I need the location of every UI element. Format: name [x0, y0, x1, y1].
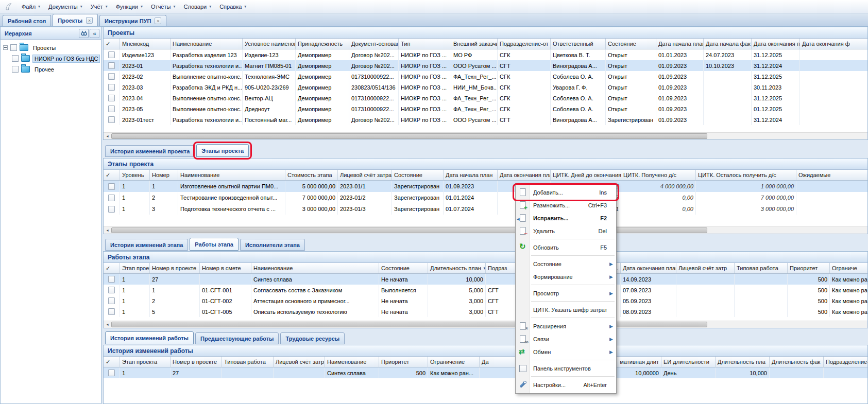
column-header[interactable]: Длительность пла	[716, 357, 770, 367]
column-header[interactable]: Номер в смете	[200, 263, 251, 273]
column-header[interactable]: ✓	[104, 170, 120, 180]
table-row[interactable]: 2023-03Разработка ЭКД и РКД н...905-U020…	[104, 82, 867, 93]
column-header[interactable]: ✓	[104, 39, 120, 49]
tree-item-root[interactable]: Проекты	[3, 42, 101, 53]
table-row[interactable]: 2023-01Разработка технологии и...Магнит …	[104, 60, 867, 71]
column-header[interactable]: Да	[480, 357, 518, 367]
context-menu-item[interactable]: Настройки...Alt+Enter	[516, 378, 616, 391]
row-checkbox[interactable]	[108, 276, 115, 283]
table-row[interactable]: 12Тестирование произведенной опыт...7 00…	[104, 192, 867, 203]
column-header[interactable]: ЦИТК. Дней до окончания	[551, 170, 621, 180]
tree-checkbox[interactable]	[10, 44, 17, 51]
column-header[interactable]: Номер в проекте	[171, 357, 222, 367]
row-checkbox[interactable]	[108, 84, 115, 91]
detail-tab[interactable]: История изменений проекта	[105, 145, 195, 157]
window-tab[interactable]: Рабочий стол	[3, 15, 51, 26]
row-checkbox[interactable]	[108, 195, 115, 201]
tree-expander-icon[interactable]	[3, 45, 8, 50]
column-header[interactable]: Номер в проекте	[150, 263, 200, 273]
column-header[interactable]: Состояние	[379, 263, 428, 273]
column-header[interactable]: Дата окончания план	[498, 170, 551, 180]
tree-checkbox[interactable]	[12, 66, 19, 73]
column-header[interactable]: Этап проекта	[120, 263, 150, 273]
horizontal-scrollbar[interactable]: ◂	[104, 226, 867, 234]
column-header[interactable]: Подразделение-ис	[824, 357, 867, 367]
row-checkbox[interactable]	[108, 183, 115, 190]
table-row[interactable]: 127Синтез сплаваНе начата10,00014.09.202…	[104, 274, 867, 285]
detail-tab[interactable]: История изменений работы	[105, 331, 194, 344]
context-menu-item[interactable]: Размножить...Ctrl+F3	[516, 199, 616, 212]
menubar-item[interactable]: Учёт▾	[87, 2, 112, 11]
row-checkbox[interactable]	[108, 116, 115, 123]
column-header[interactable]: Ответственный	[551, 39, 606, 49]
window-tab[interactable]: Проекты×	[53, 14, 98, 26]
column-header[interactable]: Лицевой счёт затр	[274, 357, 325, 367]
column-header[interactable]: Состояние	[606, 39, 656, 49]
column-header[interactable]: Подразделение-от	[498, 39, 551, 49]
detail-tab[interactable]: Этапы проекта	[196, 144, 249, 157]
column-header[interactable]: Дата окончания план	[621, 263, 676, 273]
context-menu-item[interactable]: Просмотр▶	[516, 287, 616, 300]
detail-tab[interactable]: Работы этапа	[190, 238, 239, 251]
menubar-item[interactable]: Документы▾	[44, 2, 87, 11]
row-checkbox[interactable]	[108, 106, 115, 112]
horizontal-scrollbar[interactable]: ◂	[104, 321, 867, 328]
column-header[interactable]: Условное наименова	[243, 39, 296, 49]
menubar-item[interactable]: Справка▾	[215, 2, 250, 11]
row-checkbox[interactable]	[108, 297, 115, 304]
column-header[interactable]: ✓	[104, 263, 120, 273]
column-header[interactable]: Ограниче	[830, 263, 867, 273]
scroll-left-icon[interactable]: ◂	[104, 227, 111, 234]
scroll-left-icon[interactable]: ◂	[104, 321, 111, 328]
table-row[interactable]: 1501-СГТ-005Описать используемую техноло…	[104, 306, 867, 317]
column-header[interactable]: Дата окончания ф	[800, 39, 867, 49]
context-menu-item[interactable]: Состояние▶	[516, 257, 616, 270]
menubar-item[interactable]: Словари▾	[179, 2, 215, 11]
table-row[interactable]: 11Изготовление опытной партии ПМ0...5 00…	[104, 181, 867, 192]
row-checkbox[interactable]	[108, 73, 115, 80]
tree-item[interactable]: Прочее	[12, 64, 101, 75]
row-checkbox[interactable]	[108, 51, 115, 58]
table-row[interactable]: 127Синтез сплава500Как можно ран...10,00…	[104, 367, 867, 378]
tab-close-icon[interactable]: ×	[86, 17, 93, 24]
column-header[interactable]: ЦИТК. Получено д/с	[621, 170, 696, 180]
context-menu-item[interactable]: Связи▶	[516, 332, 616, 345]
column-header[interactable]: Номер	[150, 170, 178, 180]
horizontal-scrollbar[interactable]: ◂	[104, 132, 867, 139]
column-header[interactable]: Дата окончания пл	[752, 39, 800, 49]
column-header[interactable]: Стоимость этапа	[285, 170, 338, 180]
scrollbar-thumb[interactable]	[111, 133, 707, 139]
context-menu-item[interactable]: УдалитьDel	[516, 224, 616, 237]
scrollbar-thumb[interactable]	[111, 322, 707, 327]
table-row[interactable]: Изделие123Разработка изделия 123Изделие-…	[104, 49, 867, 60]
context-menu-item[interactable]: ЦИТК. Указать шифр затрат...	[516, 303, 616, 316]
table-row[interactable]: 2023-04Выполнение опытно-конс...Вектор-А…	[104, 93, 867, 103]
column-header[interactable]: Ожидаемые	[796, 170, 867, 180]
column-header[interactable]: Длительность фак	[770, 357, 824, 367]
context-menu-item[interactable]: Добавить...Ins	[516, 186, 616, 199]
row-checkbox[interactable]	[108, 308, 115, 315]
search-icon[interactable]	[79, 29, 89, 38]
column-header[interactable]: ЦИТК. Осталось получить д/с	[696, 170, 796, 180]
table-row[interactable]: 13Подготовка технического отчета с ...3 …	[104, 203, 867, 215]
column-header[interactable]: Документ-основан	[349, 39, 399, 49]
menubar-item[interactable]: Функции▾	[112, 2, 147, 11]
column-header[interactable]: Ограничение	[428, 357, 480, 367]
table-row[interactable]: 2023-05Выполнение опытно-конс...Дредноут…	[104, 103, 867, 114]
context-menu-item[interactable]: Расширения▶	[516, 320, 616, 332]
collapse-panel-icon[interactable]: «	[90, 29, 99, 38]
scrollbar-thumb[interactable]	[111, 227, 707, 233]
tab-close-icon[interactable]: ×	[155, 17, 161, 24]
context-menu-item[interactable]: Исправить...F2	[516, 212, 616, 224]
detail-tab[interactable]: История изменений этапа	[105, 239, 188, 251]
window-tab[interactable]: Инструкции ПУП×	[99, 15, 166, 26]
column-header[interactable]: Наименование	[251, 263, 379, 273]
column-header[interactable]: Дата начала план.	[656, 39, 704, 49]
detail-tab[interactable]: Исполнители этапа	[240, 239, 305, 251]
detail-tab[interactable]: Трудовые ресурсы	[280, 332, 345, 344]
context-menu-item[interactable]: Обмен▶	[516, 345, 616, 358]
column-header[interactable]: Типовая работа	[735, 263, 788, 273]
table-row[interactable]: 2023-01тестРазработка технологии и...Пос…	[104, 114, 867, 125]
context-menu-item[interactable]: Панель инструментов	[516, 362, 616, 375]
column-header[interactable]: Подраз	[486, 263, 518, 273]
